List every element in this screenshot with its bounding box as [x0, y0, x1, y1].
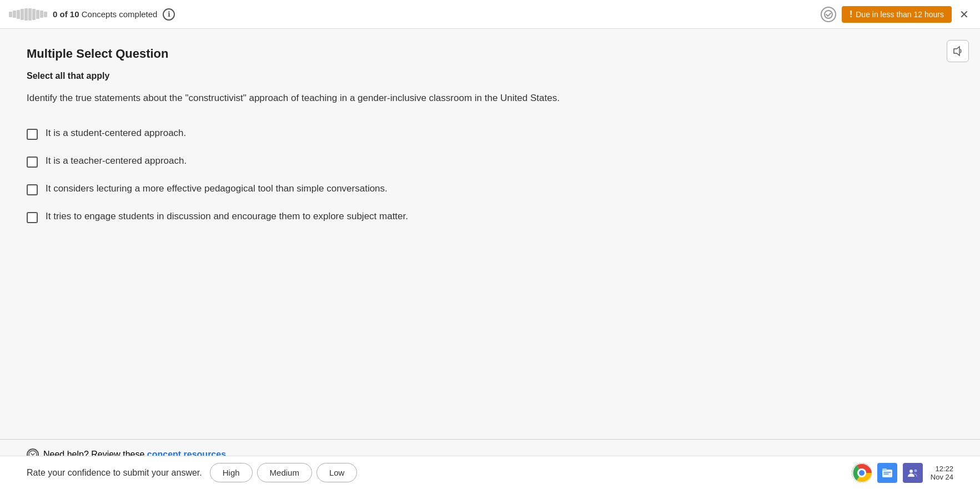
option-2-label: It is a teacher-centered approach.	[46, 155, 187, 167]
select-all-label: Select all that apply	[27, 71, 953, 81]
question-type-label: Multiple Select Question	[27, 47, 953, 61]
checkbox-3[interactable]	[27, 184, 38, 195]
question-text: Identify the true statements about the "…	[27, 91, 693, 105]
time-display: 12:22	[935, 465, 953, 473]
svg-marker-1	[954, 47, 959, 56]
main-content: Multiple Select Question Select all that…	[0, 29, 980, 439]
option-3[interactable]: It considers lecturing a more effective …	[27, 183, 953, 195]
chrome-icon[interactable]	[852, 463, 872, 483]
svg-rect-11	[882, 468, 887, 471]
checkbox-2[interactable]	[27, 157, 38, 168]
file-manager-icon[interactable]	[877, 463, 897, 483]
date-display: Nov 24	[931, 473, 953, 481]
confidence-low-button[interactable]: Low	[316, 463, 358, 482]
datetime-section: 12:22 Nov 24	[931, 465, 953, 481]
option-2[interactable]: It is a teacher-centered approach.	[27, 155, 953, 168]
option-4[interactable]: It tries to engage students in discussio…	[27, 211, 953, 223]
teams-icon[interactable]	[903, 463, 923, 483]
due-label: Due in less than 12 hours	[856, 10, 944, 19]
due-icon: !	[850, 9, 852, 19]
due-badge: ! Due in less than 12 hours	[842, 6, 952, 23]
close-button[interactable]: ✕	[957, 8, 971, 21]
top-bar-right: ! Due in less than 12 hours ✕	[821, 6, 971, 23]
top-bar: 0 of 10 Concepts completed ℹ ! Due in le…	[0, 0, 980, 29]
check-circle-icon[interactable]	[821, 7, 836, 22]
option-3-label: It considers lecturing a more effective …	[46, 183, 388, 194]
options-list: It is a student-centered approach. It is…	[27, 128, 953, 223]
option-1[interactable]: It is a student-centered approach.	[27, 128, 953, 140]
info-button[interactable]: ℹ	[163, 8, 175, 21]
svg-point-12	[909, 470, 913, 473]
bottom-right: 12:22 Nov 24	[852, 463, 953, 483]
confidence-buttons: High Medium Low	[210, 463, 358, 482]
svg-point-13	[914, 469, 917, 472]
option-4-label: It tries to engage students in discussio…	[46, 211, 408, 222]
svg-rect-10	[882, 470, 892, 477]
option-1-label: It is a student-centered approach.	[46, 128, 186, 139]
sound-button[interactable]	[947, 40, 969, 62]
taskbar-icons	[852, 463, 923, 483]
checkbox-4[interactable]	[27, 212, 38, 223]
confidence-high-button[interactable]: High	[210, 463, 253, 482]
progress-text: 0 of 10 Concepts completed	[53, 9, 157, 19]
bottom-bar: Rate your confidence to submit your answ…	[0, 456, 980, 489]
confidence-medium-button[interactable]: Medium	[257, 463, 312, 482]
confidence-label: Rate your confidence to submit your answ…	[27, 468, 202, 478]
progress-icon	[9, 8, 47, 21]
checkbox-1[interactable]	[27, 129, 38, 140]
svg-point-9	[859, 470, 865, 476]
confidence-section: Rate your confidence to submit your answ…	[27, 463, 357, 482]
top-bar-left: 0 of 10 Concepts completed ℹ	[9, 8, 175, 21]
